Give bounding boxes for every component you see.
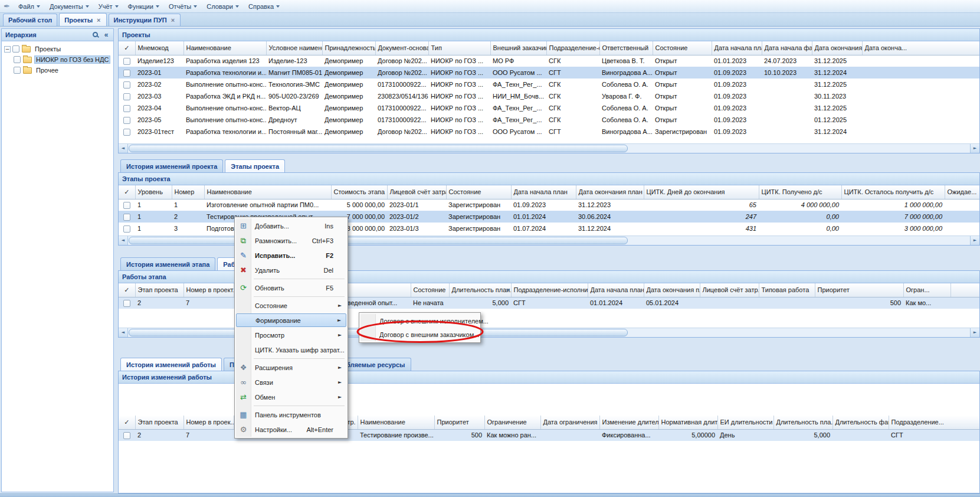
column-header[interactable]: Наименование bbox=[204, 185, 331, 199]
column-header[interactable]: Дата начала план. bbox=[712, 41, 762, 55]
menubar-item[interactable]: Отчёты bbox=[164, 1, 202, 12]
tree-node[interactable]: −Проекты bbox=[2, 44, 113, 54]
scroll-right-icon[interactable]: ► bbox=[970, 236, 979, 245]
column-header[interactable]: Номер bbox=[172, 185, 204, 199]
tree-checkbox[interactable] bbox=[14, 56, 21, 63]
tree-expander-icon[interactable]: − bbox=[4, 46, 11, 53]
column-header[interactable]: Мнемокод bbox=[135, 41, 183, 55]
menu-item[interactable]: Договор с внешним исполнителем... bbox=[360, 314, 479, 328]
row-checkbox[interactable] bbox=[123, 58, 130, 65]
column-header[interactable]: Изменение длител... bbox=[599, 416, 658, 429]
row-checkbox[interactable] bbox=[123, 105, 130, 112]
column-header[interactable]: Подразделение-исполнитель.. bbox=[511, 283, 588, 297]
subtab[interactable]: История изменений работы bbox=[120, 358, 222, 371]
column-header[interactable]: Уровень bbox=[135, 185, 172, 199]
column-header[interactable]: Номер в проек... bbox=[183, 416, 234, 429]
column-header[interactable]: ✓ bbox=[119, 283, 135, 297]
column-header[interactable]: ЦИТК. Получено д/с bbox=[759, 185, 841, 199]
row-checkbox[interactable] bbox=[123, 432, 130, 439]
column-header[interactable]: Ограничение bbox=[484, 416, 540, 429]
column-header[interactable]: Состояние bbox=[653, 41, 712, 55]
subtab[interactable]: История изменений этапа bbox=[120, 257, 215, 270]
table-row[interactable]: 2023-03Разработка ЭКД и РКД н...905-U020… bbox=[119, 90, 979, 102]
column-header[interactable]: Огран... bbox=[903, 283, 950, 297]
row-checkbox[interactable] bbox=[123, 70, 130, 77]
column-header[interactable]: Стоимость этапа bbox=[331, 185, 387, 199]
scroll-right-icon[interactable]: ► bbox=[970, 328, 979, 337]
menu-item[interactable]: ⟳ОбновитьF5 bbox=[236, 280, 346, 295]
menu-item[interactable]: Состояние► bbox=[236, 298, 346, 313]
scroll-left-icon[interactable]: ◄ bbox=[119, 144, 128, 153]
menu-item[interactable]: ⚙Настройки...Alt+Enter bbox=[236, 422, 346, 437]
column-header[interactable]: Длительность фак... bbox=[832, 416, 889, 429]
column-header[interactable]: Этап проекта bbox=[135, 416, 183, 429]
column-header[interactable]: Дата ограничения bbox=[540, 416, 599, 429]
table-row[interactable]: 2023-04Выполнение опытно-конс...Вектор-А… bbox=[119, 102, 979, 114]
menubar-item[interactable]: Справка bbox=[244, 1, 284, 12]
table-row[interactable]: 11Изготовление опытной партии ПМ0...5 00… bbox=[119, 199, 979, 211]
tree-checkbox[interactable] bbox=[12, 45, 19, 53]
column-header[interactable]: Условное наименова... bbox=[266, 41, 322, 55]
menu-item[interactable]: ▦Панель инструментов bbox=[236, 407, 346, 422]
column-header[interactable]: Этап проекта bbox=[135, 283, 183, 297]
column-header[interactable]: ЦИТК. Дней до окончания bbox=[644, 185, 759, 199]
main-tab[interactable]: Рабочий стол bbox=[3, 14, 57, 26]
table-row[interactable]: 2023-05Выполнение опытно-конс...Дредноут… bbox=[119, 114, 979, 126]
close-tab-icon[interactable]: × bbox=[96, 17, 101, 23]
column-header[interactable]: Длительность план.▼ bbox=[449, 283, 511, 297]
row-checkbox[interactable] bbox=[123, 93, 130, 100]
tree-node[interactable]: НИОКР по ГОЗ без НДС bbox=[2, 54, 113, 65]
search-icon[interactable] bbox=[91, 31, 100, 40]
menu-item[interactable]: ⧉Размножить...Ctrl+F3 bbox=[236, 233, 346, 248]
column-header[interactable]: ✓ bbox=[119, 41, 135, 55]
collapse-panel-icon[interactable]: « bbox=[101, 31, 111, 40]
column-header[interactable]: Наименование bbox=[358, 416, 434, 429]
main-tab[interactable]: Проекты× bbox=[59, 13, 106, 26]
menu-item[interactable]: Просмотр► bbox=[236, 328, 346, 342]
column-header[interactable]: Подразделение-от... bbox=[546, 41, 599, 55]
column-header[interactable]: Подразделение... bbox=[889, 416, 979, 429]
column-menu-icon[interactable]: ▼ bbox=[506, 288, 509, 293]
column-header[interactable]: Тип bbox=[428, 41, 490, 55]
column-header[interactable]: Номер в проект... bbox=[183, 283, 234, 297]
table-row[interactable]: 2023-01тестРазработка технологии и...Пос… bbox=[119, 126, 979, 138]
column-header[interactable]: Дата окончания план bbox=[644, 283, 700, 297]
menu-item[interactable]: ⊞Добавить...Ins bbox=[236, 218, 346, 233]
column-header[interactable]: Лицевой счёт затрат bbox=[387, 185, 446, 199]
tree-checkbox[interactable] bbox=[14, 67, 21, 74]
column-header[interactable]: Дата оконча... bbox=[862, 41, 979, 55]
scroll-left-icon[interactable]: ◄ bbox=[119, 328, 128, 337]
row-checkbox[interactable] bbox=[123, 225, 130, 233]
column-header[interactable]: Состояние bbox=[446, 185, 511, 199]
column-header[interactable]: Приоритет bbox=[434, 416, 484, 429]
column-header[interactable]: Дата начала план. bbox=[588, 283, 644, 297]
column-header[interactable]: ✓ bbox=[119, 416, 135, 429]
menubar-item[interactable]: Документы bbox=[45, 1, 94, 12]
menu-item[interactable]: ❖Расширения► bbox=[236, 360, 346, 375]
scroll-right-icon[interactable]: ► bbox=[970, 144, 979, 153]
table-row[interactable]: 2023-02Выполнение опытно-конс...Технолог… bbox=[119, 79, 979, 90]
column-header[interactable]: Внешний заказчик bbox=[490, 41, 546, 55]
column-header[interactable]: Состояние bbox=[411, 283, 449, 297]
column-header[interactable] bbox=[950, 283, 979, 297]
menu-item[interactable]: ✎Исправить...F2 bbox=[236, 248, 346, 263]
sidebar-splitter[interactable] bbox=[114, 27, 118, 493]
menu-item[interactable]: Формирование► bbox=[236, 313, 346, 327]
scroll-left-icon[interactable]: ◄ bbox=[119, 236, 128, 245]
row-checkbox[interactable] bbox=[123, 81, 130, 89]
horizontal-scrollbar[interactable]: ◄ ► bbox=[119, 143, 979, 153]
column-header[interactable]: Дата окончания план bbox=[576, 185, 644, 199]
column-header[interactable]: Приоритет bbox=[815, 283, 903, 297]
column-header[interactable]: Дата начала факт. bbox=[762, 41, 812, 55]
column-header[interactable]: Лицевой счёт затр. bbox=[700, 283, 759, 297]
menubar-item[interactable]: Файл bbox=[14, 1, 45, 12]
column-header[interactable]: Дата начала план bbox=[511, 185, 576, 199]
column-header[interactable]: Принадлежность bbox=[322, 41, 375, 55]
row-checkbox[interactable] bbox=[123, 202, 130, 209]
column-header[interactable]: Наименование bbox=[183, 41, 266, 55]
column-header[interactable]: Нормативная длит... bbox=[658, 416, 717, 429]
column-header[interactable]: Типовая работа bbox=[759, 283, 815, 297]
column-header[interactable]: Дата окончания пл... bbox=[812, 41, 862, 55]
column-header[interactable]: Документ-основан... bbox=[375, 41, 428, 55]
menu-item[interactable]: ЦИТК. Указать шифр затрат... bbox=[236, 342, 346, 357]
